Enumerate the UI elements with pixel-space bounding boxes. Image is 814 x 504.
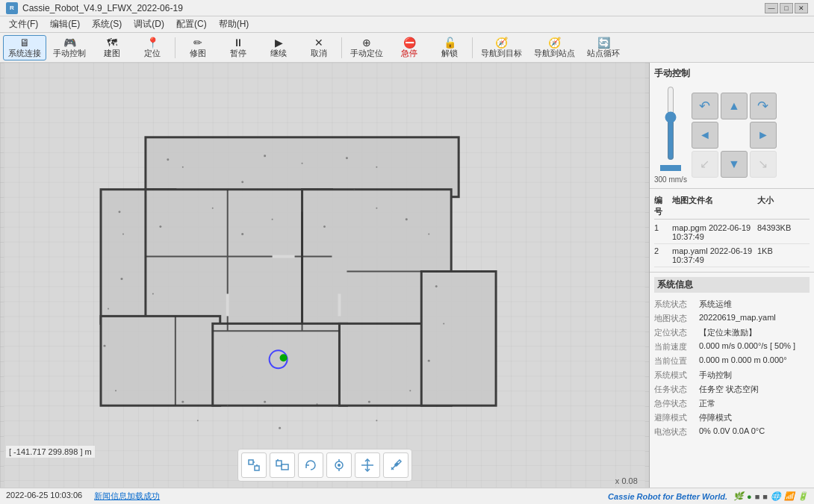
emergency-stop-button[interactable]: ⛔ 急停: [390, 35, 429, 60]
file-size-2: 1KB: [757, 246, 810, 264]
up-button[interactable]: ▲: [721, 93, 748, 119]
map-file-row-2[interactable]: 2 map.yaml 2022-06-19 10:37:49 1KB: [654, 244, 810, 267]
map-file-row-1[interactable]: 1 map.pgm 2022-06-19 10:37:49 84393KB: [654, 221, 810, 244]
svg-point-39: [428, 360, 430, 362]
system-connect-button[interactable]: 🖥 系统连接: [3, 35, 46, 60]
battery-icon: 🔋: [798, 491, 808, 501]
svg-point-24: [376, 167, 377, 168]
svg-rect-9: [421, 272, 496, 406]
locate-icon: 📍: [146, 37, 159, 48]
svg-point-49: [353, 189, 355, 190]
info-row-battery: 电池状态 0% 0.0V 0.0A 0°C: [654, 425, 810, 439]
manual-locate-button[interactable]: ⊕ 手动定位: [345, 35, 388, 60]
continue-button[interactable]: ▶ 继续: [259, 35, 298, 60]
svg-point-52: [279, 427, 281, 429]
left-button[interactable]: ◄: [692, 122, 718, 149]
station-loop-button[interactable]: 🔄 站点循环: [582, 35, 625, 60]
value-locate-status: 【定位未激励】: [699, 327, 810, 338]
tools-button[interactable]: [383, 452, 408, 478]
speed-slider-container: 300 mm/s: [654, 86, 687, 184]
rotate-right-button[interactable]: ↷: [750, 93, 777, 119]
svg-rect-2: [146, 137, 459, 197]
label-locate-status: 定位状态: [654, 327, 699, 338]
svg-point-36: [428, 234, 429, 235]
unlock-button[interactable]: 🔓 解锁: [430, 35, 469, 60]
info-row-map-status: 地图状态 20220619_map.yaml: [654, 311, 810, 326]
speed-slider[interactable]: [663, 86, 678, 161]
locate-button[interactable]: 📍 定位: [133, 35, 172, 60]
label-sys-mode: 系统模式: [654, 370, 699, 381]
main-content: Received a 8090 X 10682 /maps/map.pgm @ …: [0, 63, 814, 488]
minimize-button[interactable]: —: [765, 3, 778, 13]
svg-point-42: [317, 403, 318, 405]
map-canvas[interactable]: x 0.08 [ -141.717 299.898 ] m: [0, 63, 649, 488]
pause-button[interactable]: ⏸ 暂停: [219, 35, 258, 60]
floor-plan: x 0.08: [0, 63, 649, 488]
svg-rect-7: [213, 323, 347, 405]
nav-node-icon: 🧭: [548, 37, 561, 48]
move-button[interactable]: [355, 452, 380, 478]
build-map-label: 建图: [104, 49, 120, 57]
maximize-button[interactable]: □: [780, 3, 793, 13]
rotate-left-button[interactable]: ↶: [692, 93, 718, 119]
status-datetime: 2022-06-25 10:03:06: [6, 491, 82, 502]
svg-point-33: [323, 225, 326, 228]
info-row-speed: 当前速度 0.000 m/s 0.000°/s [ 50% ]: [654, 340, 810, 354]
nav-node-label: 导航到站点: [534, 49, 575, 57]
manual-control-button[interactable]: 🎮 手动控制: [48, 35, 91, 60]
col-num: 编号: [654, 195, 669, 217]
rotate-button[interactable]: [298, 452, 323, 478]
modify-map-button[interactable]: ✏ 修图: [178, 35, 217, 60]
info-row-task-status: 任务状态 任务空 状态空闲: [654, 382, 810, 396]
svg-point-19: [167, 158, 169, 161]
menu-help[interactable]: 帮助(H): [213, 16, 255, 32]
svg-point-41: [368, 401, 370, 403]
dpad: ↶ ▲ ↷ ◄ ► ↙ ▼ ↘: [692, 93, 777, 178]
svg-point-27: [120, 278, 122, 280]
svg-point-30: [212, 208, 214, 209]
map-files-header: 编号 地图文件名 大小: [654, 193, 810, 220]
brand-text: Cassie Robot for Better World.: [608, 492, 727, 501]
menu-edit[interactable]: 编辑(E): [44, 16, 86, 32]
zoom-out-button[interactable]: [270, 452, 295, 478]
svg-point-35: [406, 218, 408, 220]
value-obstacle: 停障模式: [699, 412, 810, 423]
label-obstacle: 避障模式: [654, 412, 699, 423]
menubar: 文件(F) 编辑(E) 系统(S) 调试(D) 配置(C) 帮助(H): [0, 16, 814, 33]
svg-point-34: [376, 208, 377, 209]
label-position: 当前位置: [654, 355, 699, 367]
map-area[interactable]: Received a 8090 X 10682 /maps/map.pgm @ …: [0, 63, 650, 488]
modify-map-label: 修图: [190, 49, 206, 57]
separator-3: [472, 37, 473, 58]
build-map-button[interactable]: 🗺 建图: [93, 35, 131, 60]
manual-control-title: 手动控制: [654, 67, 810, 80]
info-row-emergency: 急停状态 正常: [654, 396, 810, 411]
right-button[interactable]: ►: [750, 122, 777, 149]
status-info-link[interactable]: 新闻信息加载成功: [94, 491, 160, 502]
label-system-status: 系统状态: [654, 299, 699, 310]
nav-target-button[interactable]: 🧭 导航到目标: [476, 35, 527, 60]
svg-point-20: [182, 167, 184, 168]
menu-config[interactable]: 配置(C): [170, 16, 213, 32]
robot-pos-button[interactable]: [326, 452, 352, 478]
zoom-fit-button[interactable]: [241, 452, 267, 478]
svg-point-28: [152, 293, 154, 294]
leaf-icon: 🌿: [733, 491, 744, 501]
menu-file[interactable]: 文件(F): [3, 16, 44, 32]
menu-debug[interactable]: 调试(D): [128, 16, 170, 32]
app-icon: R: [6, 2, 18, 14]
nav-node-button[interactable]: 🧭 导航到站点: [529, 35, 580, 60]
svg-point-65: [338, 464, 341, 467]
manual-locate-icon: ⊕: [362, 37, 371, 48]
locate-label: 定位: [144, 49, 161, 57]
info-row-system-status: 系统状态 系统运维: [654, 297, 810, 311]
value-battery: 0% 0.0V 0.0A 0°C: [699, 426, 810, 438]
svg-point-31: [241, 233, 243, 235]
block-icon-2: ■: [762, 492, 768, 501]
unlock-icon: 🔓: [444, 37, 456, 48]
down-button[interactable]: ▼: [721, 151, 748, 178]
close-button[interactable]: ✕: [795, 3, 808, 13]
cancel-button[interactable]: ✕ 取消: [299, 35, 338, 60]
map-coordinates: [ -141.717 299.898 ] m: [6, 446, 95, 458]
menu-system[interactable]: 系统(S): [86, 16, 128, 32]
